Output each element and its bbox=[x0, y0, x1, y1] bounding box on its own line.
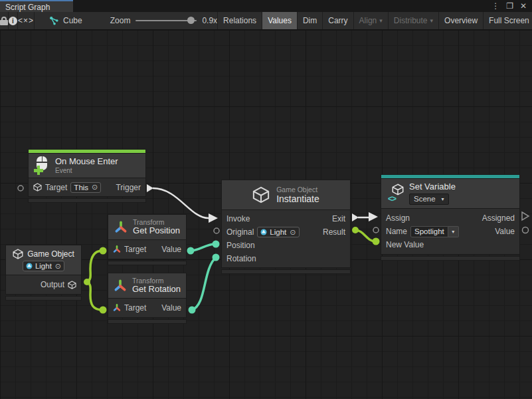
node-header: <> Set Variable Scene ▾ bbox=[381, 178, 520, 209]
lock-button[interactable] bbox=[0, 12, 9, 29]
node-title: On Mouse Enter bbox=[55, 157, 118, 167]
node-category: Game Object bbox=[276, 186, 319, 194]
value-label: Value bbox=[161, 245, 181, 254]
trigger-label: Trigger bbox=[116, 183, 141, 192]
invoke-row: Invoke Exit bbox=[222, 212, 350, 225]
invoke-label: Invoke bbox=[226, 214, 250, 223]
code-icon: <×> bbox=[18, 16, 34, 25]
node-footer bbox=[28, 198, 146, 203]
setvariable-name-port[interactable] bbox=[373, 227, 379, 233]
script-graph-window: Script Graph ⋮ ❐ ✕ i <×> Cube bbox=[0, 0, 532, 399]
node-footer bbox=[5, 296, 82, 301]
node-header: Transform Get Rotation bbox=[108, 273, 187, 299]
chevron-down-icon: ▾ bbox=[379, 17, 383, 24]
tab-script-graph[interactable]: Script Graph bbox=[0, 0, 73, 12]
cube-icon bbox=[13, 249, 23, 259]
dim-button[interactable]: Dim bbox=[297, 12, 322, 29]
zoom-slider[interactable] bbox=[135, 20, 197, 21]
wire-result-to-newvalue[interactable] bbox=[352, 227, 380, 245]
setvariable-assigned-port[interactable] bbox=[522, 212, 529, 220]
instantiate-original-port[interactable] bbox=[214, 228, 219, 233]
object-picker-icon[interactable]: ⊙ bbox=[92, 183, 98, 192]
wire-rotation-value[interactable] bbox=[189, 254, 220, 314]
info-button[interactable]: i bbox=[9, 12, 18, 29]
assign-label: Assign bbox=[386, 213, 410, 223]
relations-button[interactable]: Relations bbox=[217, 12, 262, 29]
cube-icon bbox=[252, 186, 270, 203]
node-set-variable[interactable]: <> Set Variable Scene ▾ Assign Assigned … bbox=[381, 174, 520, 261]
wire-light-to-targets[interactable] bbox=[84, 247, 107, 314]
values-button[interactable]: Values bbox=[262, 12, 297, 29]
new-value-label: New Value bbox=[386, 240, 424, 249]
cube-icon bbox=[33, 183, 42, 192]
node-game-object-literal[interactable]: Game Object Light ⊙ Output bbox=[5, 245, 82, 301]
node-subtitle: Event bbox=[55, 167, 118, 175]
target-object-field[interactable]: This ⊙ bbox=[70, 182, 101, 193]
fullscreen-button[interactable]: Full Screen bbox=[483, 12, 532, 29]
assigned-label: Assigned bbox=[482, 213, 515, 223]
graph-name: Cube bbox=[63, 16, 82, 25]
unity-object-icon bbox=[260, 229, 267, 235]
object-picker-icon[interactable]: ⊙ bbox=[290, 228, 296, 237]
wire-exit-to-assign[interactable] bbox=[352, 212, 378, 221]
node-footer bbox=[221, 269, 351, 274]
transform-icon bbox=[113, 304, 121, 312]
setvariable-value-port[interactable] bbox=[523, 227, 529, 233]
graph-toolbar: i <×> Cube Zoom 0.9x Relations Values bbox=[0, 12, 532, 30]
node-get-rotation[interactable]: Transform Get Rotation Target Value bbox=[108, 273, 187, 324]
target-label: Target bbox=[124, 245, 146, 254]
node-on-mouse-enter[interactable]: On Mouse Enter Event Target This ⊙ Trigg… bbox=[28, 149, 146, 203]
output-row: Output bbox=[6, 275, 81, 294]
node-title: Instantiate bbox=[276, 194, 319, 204]
value-label: Value bbox=[161, 303, 181, 313]
value-label: Value bbox=[495, 227, 515, 236]
node-title: Set Variable bbox=[409, 182, 456, 192]
target-row: Target Value bbox=[108, 240, 186, 259]
distribute-dropdown[interactable]: Distribute ▾ bbox=[388, 12, 438, 29]
align-dropdown[interactable]: Align ▾ bbox=[353, 12, 388, 29]
position-label: Position bbox=[226, 241, 255, 250]
chevron-down-icon: ▾ bbox=[452, 229, 454, 235]
zoom-control: Zoom 0.9x bbox=[110, 12, 217, 29]
variable-name-dropdown[interactable]: ▾ bbox=[448, 226, 459, 237]
toolbar-buttons: Relations Values Dim Carry Align ▾ Distr… bbox=[217, 12, 532, 29]
chevron-down-icon: ▾ bbox=[430, 17, 434, 24]
node-header: Transform Get Position bbox=[108, 214, 187, 240]
node-instantiate[interactable]: Game Object Instantiate Invoke Exit Orig… bbox=[221, 180, 351, 274]
node-title: Get Rotation bbox=[132, 285, 181, 295]
result-label: Result bbox=[323, 227, 345, 237]
transform-icon bbox=[114, 279, 127, 293]
close-icon[interactable]: ✕ bbox=[520, 2, 527, 10]
info-icon: i bbox=[9, 17, 17, 25]
node-header: Game Object Light ⊙ bbox=[5, 245, 82, 275]
overview-button[interactable]: Overview bbox=[438, 12, 483, 29]
carry-button[interactable]: Carry bbox=[322, 12, 353, 29]
graph-canvas[interactable]: On Mouse Enter Event Target This ⊙ Trigg… bbox=[0, 30, 532, 399]
scope-dropdown[interactable]: Scene ▾ bbox=[409, 194, 449, 205]
transform-icon bbox=[113, 245, 121, 253]
rotation-row: Rotation bbox=[222, 252, 350, 265]
object-picker-icon[interactable]: ⊙ bbox=[55, 262, 61, 271]
original-object-field[interactable]: Light ⊙ bbox=[257, 227, 299, 237]
transform-icon bbox=[114, 221, 128, 234]
tab-title: Script Graph bbox=[5, 3, 50, 12]
node-title: Get Position bbox=[133, 226, 180, 236]
original-label: Original bbox=[226, 227, 254, 237]
light-object-field[interactable]: Light ⊙ bbox=[23, 261, 64, 271]
node-get-position[interactable]: Transform Get Position Target Value bbox=[108, 214, 187, 265]
node-footer bbox=[381, 256, 520, 261]
zoom-slider-handle[interactable] bbox=[187, 17, 195, 24]
kebab-menu-icon[interactable]: ⋮ bbox=[491, 2, 499, 10]
wire-position-value[interactable] bbox=[187, 241, 220, 255]
tab-bar: Script Graph ⋮ ❐ ✕ bbox=[0, 0, 532, 12]
output-label: Output bbox=[41, 280, 64, 289]
graph-breadcrumb[interactable]: Cube bbox=[49, 12, 82, 29]
name-row: Name Spotlight ▾ Value bbox=[381, 225, 519, 238]
variable-name-field[interactable]: Spotlight bbox=[410, 226, 448, 237]
maximize-icon[interactable]: ❐ bbox=[506, 2, 513, 10]
code-brackets-icon: <> bbox=[388, 194, 396, 203]
code-preview-button[interactable]: <×> bbox=[18, 12, 35, 29]
mouse-enter-target-port[interactable] bbox=[18, 186, 23, 191]
node-header: On Mouse Enter Event bbox=[28, 153, 146, 178]
zoom-value: 0.9x bbox=[202, 16, 217, 25]
